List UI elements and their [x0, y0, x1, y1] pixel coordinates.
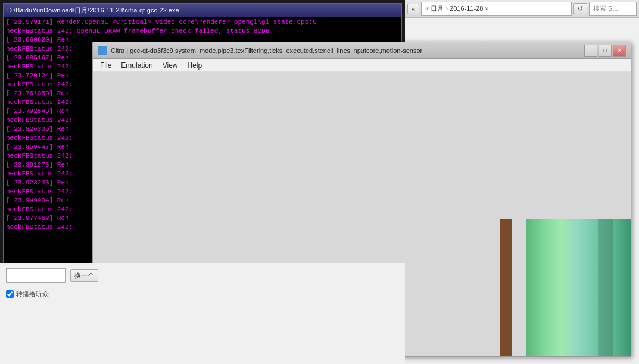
checkbox-row: 转播给听众 [0, 287, 405, 301]
minimize-button[interactable]: — [584, 45, 597, 57]
search-placeholder: 搜索 S... [593, 4, 618, 13]
window-controls: — □ ✕ [584, 45, 626, 57]
green-gradient [526, 219, 631, 356]
console-titlebar: D:\BaiduYunDownload\日月\2016-11-28\citra-… [4, 4, 401, 17]
close-button[interactable]: ✕ [613, 45, 626, 57]
green-render-area [526, 219, 631, 356]
citra-app-icon [98, 46, 107, 55]
refresh-button[interactable]: ↺ [573, 3, 587, 14]
console-title: D:\BaiduYunDownload\日月\2016-11-28\citra-… [7, 6, 179, 15]
menu-view[interactable]: View [158, 60, 183, 71]
bottom-panel: 换一个 转播给听众 [0, 263, 405, 364]
file-manager-toolbar: « « 日月 › 2016-11-28 » ↺ 搜索 S... [405, 0, 639, 18]
citra-title: Citra | gcc-qt-da3f3c9,system_mode,pipe3… [111, 47, 584, 54]
dark-stripe [598, 219, 613, 356]
console-line: heckFBStatus:242: OpenGL DRAW framebuffe… [6, 27, 399, 36]
bottom-text-input[interactable] [6, 268, 66, 283]
path-text: « 日月 › 2016-11-28 » [425, 4, 488, 13]
change-button[interactable]: 换一个 [70, 269, 98, 282]
menu-help[interactable]: Help [183, 60, 207, 71]
nav-back-button[interactable]: « [407, 4, 419, 14]
checkbox-label: 转播给听众 [16, 290, 49, 299]
input-row: 换一个 [0, 263, 405, 287]
citra-menubar: File Emulation View Help [93, 59, 631, 72]
path-bar[interactable]: « 日月 › 2016-11-28 » [421, 2, 572, 16]
broadcast-checkbox[interactable] [6, 290, 14, 298]
search-bar[interactable]: 搜索 S... [589, 2, 637, 16]
menu-file[interactable]: File [95, 60, 116, 71]
brown-bar [500, 219, 512, 356]
maximize-button[interactable]: □ [599, 45, 612, 57]
citra-titlebar: Citra | gcc-qt-da3f3c9,system_mode,pipe3… [93, 42, 631, 59]
console-line: [ 23.579171] Render.OpenGL <Critical> vi… [6, 18, 399, 27]
game-render-output [500, 208, 631, 356]
menu-emulation[interactable]: Emulation [116, 60, 157, 71]
